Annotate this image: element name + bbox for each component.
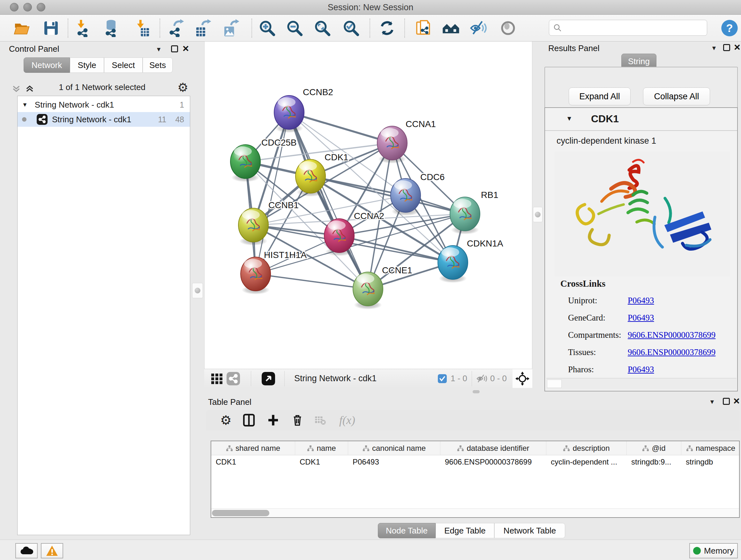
home-icon[interactable]: [442, 19, 460, 37]
network-node-ccne1[interactable]: [353, 272, 383, 306]
tab-node-table[interactable]: Node Table: [378, 523, 435, 538]
column-header-namespace[interactable]: namespace: [681, 441, 740, 455]
protein-card-header[interactable]: ▼ CDK1: [545, 108, 737, 131]
memory-button[interactable]: Memory: [689, 543, 738, 558]
open-session-icon[interactable]: [12, 19, 31, 37]
add-column-icon[interactable]: [265, 413, 281, 428]
export-network-icon[interactable]: [167, 19, 186, 37]
network-edge[interactable]: [256, 274, 368, 289]
table-cell[interactable]: 9606.ENSP00000378699: [441, 457, 546, 466]
delete-column-icon[interactable]: [289, 413, 306, 428]
network-edge[interactable]: [289, 112, 368, 289]
tab-network[interactable]: Network: [23, 57, 70, 73]
crosslink-link[interactable]: P06493: [628, 365, 654, 374]
collapse-all-icon[interactable]: [11, 84, 22, 94]
crosslink-link[interactable]: P06493: [628, 313, 654, 323]
delete-table-icon[interactable]: [313, 413, 328, 428]
network-edge[interactable]: [289, 112, 392, 143]
minimize-window-button[interactable]: [23, 3, 32, 11]
tab-network-table[interactable]: Network Table: [494, 523, 565, 538]
string-network-graph[interactable]: CCNB2CCNA1CDC25BCDK1CDC6RB1CCNB1CCNA2CDK…: [205, 42, 532, 368]
help-icon[interactable]: ?: [720, 19, 739, 37]
search-input[interactable]: [564, 23, 707, 32]
network-node-ccnb2[interactable]: [274, 96, 304, 129]
fit-selected-crosshair-icon[interactable]: [513, 369, 532, 388]
panel-close-icon[interactable]: ×: [734, 44, 740, 51]
network-node-ccna2[interactable]: [324, 219, 354, 253]
tab-sets[interactable]: Sets: [143, 57, 173, 73]
network-node-cdk1[interactable]: [295, 159, 326, 193]
hidden-eye-icon[interactable]: [476, 374, 488, 383]
horizontal-splitter-handle[interactable]: [473, 390, 480, 393]
network-node-hist1h1a[interactable]: [241, 257, 271, 291]
network-node-cdc25b[interactable]: [230, 145, 260, 179]
panel-float-icon[interactable]: [171, 45, 178, 52]
zoom-fit-icon[interactable]: [313, 19, 332, 37]
table-cell[interactable]: stringdb:9...: [627, 457, 681, 466]
cloud-button[interactable]: [15, 543, 38, 558]
export-image-icon[interactable]: [222, 19, 240, 37]
crosslink-link[interactable]: 9606.ENSP00000378699: [628, 348, 716, 357]
network-edge[interactable]: [339, 236, 453, 262]
import-table-file-icon[interactable]: [133, 19, 151, 37]
selected-checkbox-icon[interactable]: [438, 374, 447, 383]
gear-icon[interactable]: ⚙: [178, 80, 188, 95]
import-network-database-icon[interactable]: [102, 19, 120, 37]
zoom-window-button[interactable]: [37, 3, 45, 11]
column-header-database-identifier[interactable]: database identifier: [441, 441, 546, 455]
column-header-name[interactable]: name: [295, 441, 348, 455]
network-node-ccna1[interactable]: [377, 126, 407, 160]
crosslink-link[interactable]: 9606.ENSP00000378699: [628, 330, 716, 340]
tab-edge-table[interactable]: Edge Table: [435, 523, 494, 538]
table-cell[interactable]: CDK1: [295, 457, 348, 466]
table-gear-icon[interactable]: ⚙: [218, 413, 234, 428]
column-header-description[interactable]: description: [546, 441, 627, 455]
export-table-icon[interactable]: [194, 19, 212, 37]
preview-sphere-icon[interactable]: [499, 19, 517, 37]
panel-menu-icon[interactable]: ▼: [709, 398, 715, 406]
column-header-@id[interactable]: @id: [627, 441, 681, 455]
panel-close-icon[interactable]: ×: [733, 397, 740, 404]
show-hide-graphics-icon[interactable]: [469, 19, 488, 37]
right-splitter-handle[interactable]: [533, 207, 542, 222]
function-builder-icon[interactable]: f(x): [339, 413, 355, 428]
zoom-selected-icon[interactable]: [342, 19, 360, 37]
table-cell[interactable]: stringdb: [681, 457, 740, 466]
network-node-cdc6[interactable]: [391, 179, 421, 212]
tab-style[interactable]: Style: [70, 57, 104, 73]
collapse-all-button[interactable]: Collapse All: [643, 87, 710, 105]
network-row-selected[interactable]: String Network - cdk1 11 48: [17, 112, 190, 127]
network-node-cdkn1a[interactable]: [438, 246, 468, 279]
close-window-button[interactable]: [10, 3, 18, 11]
panel-menu-icon[interactable]: ▼: [711, 45, 717, 52]
collapse-section-icon[interactable]: ▼: [566, 115, 572, 122]
table-row[interactable]: CDK1CDK1P064939606.ENSP00000378699cyclin…: [211, 455, 739, 469]
panel-menu-icon[interactable]: ▼: [156, 46, 162, 53]
save-session-icon[interactable]: [42, 19, 60, 37]
table-cell[interactable]: P06493: [348, 457, 441, 466]
network-collection-row[interactable]: ▼ String Network - cdk1 1: [17, 98, 190, 112]
table-cell[interactable]: CDK1: [211, 457, 295, 466]
panel-float-icon[interactable]: [723, 44, 730, 51]
import-network-file-icon[interactable]: [74, 19, 93, 37]
tab-select[interactable]: Select: [104, 57, 143, 73]
expand-all-button[interactable]: Expand All: [569, 87, 630, 105]
node-table[interactable]: shared namenamecanonical namedatabase id…: [211, 441, 740, 518]
network-share-icon[interactable]: [226, 372, 240, 385]
warning-button[interactable]: [41, 543, 63, 558]
column-header-shared-name[interactable]: shared name: [211, 441, 295, 455]
network-canvas[interactable]: CCNB2CCNA1CDC25BCDK1CDC6RB1CCNB1CCNA2CDK…: [204, 42, 532, 369]
zoom-in-icon[interactable]: [258, 19, 276, 37]
birds-eye-view-icon[interactable]: [262, 372, 275, 385]
network-node-ccnb1[interactable]: [239, 208, 268, 242]
column-header-canonical-name[interactable]: canonical name: [348, 441, 441, 455]
expand-all-icon[interactable]: [24, 84, 35, 94]
tree-expand-icon[interactable]: ▼: [22, 102, 28, 108]
show-columns-icon[interactable]: [241, 413, 257, 428]
copy-network-icon[interactable]: [414, 19, 433, 37]
zoom-out-icon[interactable]: [285, 19, 304, 37]
table-cell[interactable]: cyclin-dependent ...: [546, 457, 627, 466]
results-scrollbar[interactable]: [547, 380, 562, 388]
search-field[interactable]: [549, 20, 707, 36]
panel-close-icon[interactable]: ×: [183, 45, 189, 52]
